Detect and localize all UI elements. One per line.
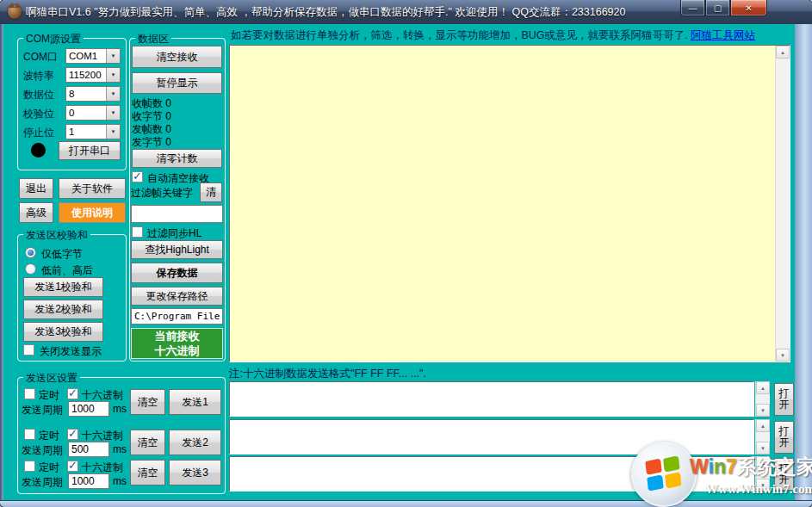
send1-button[interactable]: 发送1 [169,389,221,415]
hex2-checkbox[interactable] [67,429,78,440]
com-port-label: COM口 [23,50,58,65]
clear3-button[interactable]: 清空 [130,460,165,485]
title-bar: 啊猫串口V1.6 "努力做到最实用、简单、高效 ，帮助分析保存数据，做串口数据的… [0,0,812,24]
scroll-up-icon[interactable] [756,419,770,432]
notice-text: 如若要对数据进行单独分析，筛选，转换，显示等功能增加，BUG或意见，就要联系阿猫… [231,29,688,41]
send1-checksum-button[interactable]: 发送1校验和 [23,277,103,297]
timer2-label[interactable]: 定时 [39,429,59,443]
filter-keyword-input[interactable] [131,205,223,223]
save-data-button[interactable]: 保存数据 [131,263,223,283]
data-bits-label: 数据位 [23,88,54,102]
hex1-checkbox[interactable] [67,388,78,399]
clear-receive-button[interactable]: 清空接收 [132,46,222,68]
scroll-down-icon[interactable] [756,442,770,454]
current-receive-line1: 当前接收 [155,329,200,343]
timer1-label[interactable]: 定时 [39,388,59,403]
send2-button[interactable]: 发送2 [169,430,221,455]
pause-display-button[interactable]: 暂停显示 [132,72,222,94]
send3-scrollbar[interactable] [755,456,770,492]
exit-button[interactable]: 退出 [19,178,53,199]
baud-rate-select[interactable]: 115200 [65,67,121,83]
scroll-up-icon[interactable] [756,381,770,394]
scroll-down-icon[interactable] [756,479,770,492]
send3-checksum-button[interactable]: 发送3校验和 [23,322,103,342]
amao-site-link[interactable]: 阿猫工具网站 [691,29,755,41]
hide-send-display-checkbox[interactable] [23,344,34,356]
period2-input[interactable] [68,442,109,457]
timer3-checkbox[interactable] [24,461,35,472]
timer3-label[interactable]: 定时 [39,461,59,475]
recv-frames-label: 收帧数 [132,97,163,109]
send3-input[interactable] [229,456,754,492]
send1-scrollbar[interactable] [755,381,770,417]
open-file3-button[interactable]: 打开 [774,458,794,491]
timer1-checkbox[interactable] [24,388,35,399]
timer2-checkbox[interactable] [24,429,35,440]
period1-input[interactable] [68,401,109,417]
period3-label: 发送周期 [22,475,63,490]
period3-input[interactable] [68,473,109,489]
window-frame-left [0,24,3,500]
about-button[interactable]: 关于软件 [59,178,126,199]
low-byte-only-label[interactable]: 仅低字节 [41,247,83,262]
window-frame-bottom [0,500,812,507]
hex3-checkbox[interactable] [67,461,78,472]
sent-bytes-value: 0 [165,136,171,148]
filter-sync-hl-label[interactable]: 过滤同步HL [147,226,201,241]
period1-label: 发送周期 [22,403,63,417]
checksum-title: 发送区校验和 [23,228,90,243]
advanced-button[interactable]: 高级 [19,202,53,223]
scroll-up-icon[interactable] [756,456,770,469]
minimize-button[interactable]: — [680,0,705,16]
open-file1-button[interactable]: 打开 [774,383,794,416]
scroll-down-icon[interactable] [776,349,790,362]
period2-unit: ms [113,443,127,455]
open-file2-button[interactable]: 打开 [774,421,794,454]
current-receive-line2: 十六进制 [155,343,200,358]
receive-scrollbar[interactable] [775,46,790,362]
close-button[interactable]: ✕ [730,0,767,16]
hide-send-display-label[interactable]: 关闭发送显示 [40,344,102,359]
auto-clear-checkbox[interactable] [132,171,143,182]
low-byte-only-radio[interactable] [25,247,36,258]
current-receive-hex-button[interactable]: 当前接收 十六进制 [131,328,223,359]
com-port-select[interactable]: COM1 [65,48,121,64]
chevron-down-icon[interactable] [106,49,120,63]
stop-bits-select[interactable]: 1 [65,124,121,139]
change-path-button[interactable]: 更改保存路径 [131,287,223,306]
chevron-down-icon[interactable] [106,106,120,120]
chevron-down-icon[interactable] [106,87,120,101]
sent-frames-value: 0 [165,123,171,135]
chevron-down-icon[interactable] [106,68,120,82]
parity-select[interactable]: 0 [65,105,121,121]
hex-format-note: 注:十六进制数据发送格式"FF FF FF... ...". [229,367,426,381]
send1-input[interactable] [229,381,754,417]
send2-scrollbar[interactable] [755,419,770,454]
scroll-down-icon[interactable] [756,404,770,417]
recv-frames-value: 0 [165,97,171,109]
maximize-button[interactable]: ▢ [705,0,730,16]
clear1-button[interactable]: 清空 [130,389,165,415]
send2-checksum-button[interactable]: 发送2校验和 [23,300,103,319]
low-first-high-after-label[interactable]: 低前、高后 [41,263,93,278]
scroll-up-icon[interactable] [776,46,790,59]
find-highlight-button[interactable]: 查找HighLight [131,240,223,259]
reset-counters-button[interactable]: 清零计数 [132,149,222,168]
save-path-field[interactable] [131,308,223,325]
chevron-down-icon[interactable] [106,125,120,139]
data-area-title: 数据区 [135,32,171,46]
sent-bytes-stat: 发字节 0 [132,135,171,150]
receive-display[interactable] [229,45,790,362]
low-first-high-after-radio[interactable] [25,263,36,275]
data-bits-select[interactable]: 8 [65,86,121,102]
send3-button[interactable]: 发送3 [169,460,221,485]
maximize-icon: ▢ [714,3,722,13]
manual-button[interactable]: 使用说明 [59,202,126,223]
clear-filter-button[interactable]: 清 [200,182,222,202]
send2-input[interactable] [229,419,754,454]
minimize-icon: — [689,3,697,13]
open-port-button[interactable]: 打开串口 [59,141,121,160]
filter-sync-hl-checkbox[interactable] [132,226,143,238]
period2-label: 发送周期 [22,443,63,458]
clear2-button[interactable]: 清空 [130,430,165,455]
